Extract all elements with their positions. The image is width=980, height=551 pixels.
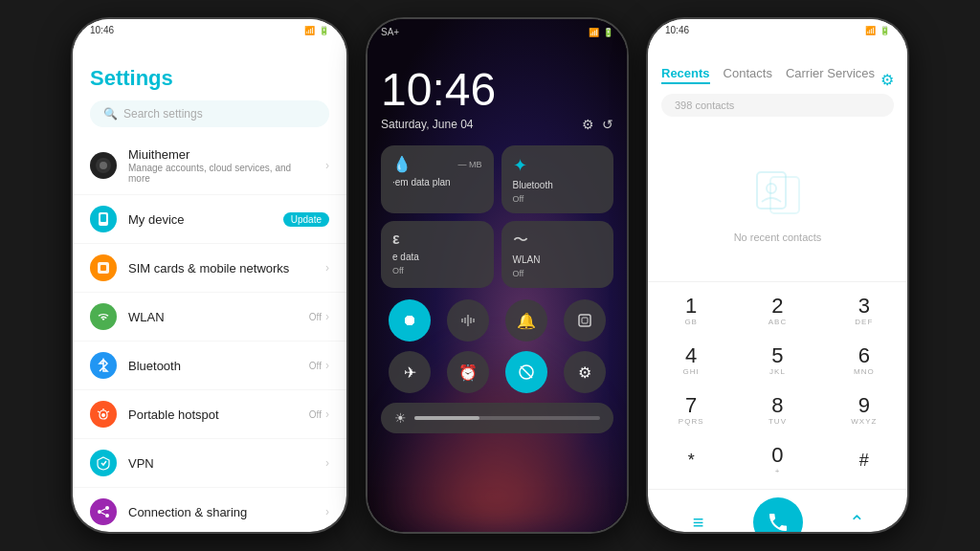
- ctrl-btn-screenshot[interactable]: [564, 299, 606, 342]
- settings-gear-icon[interactable]: ⚙: [582, 117, 594, 132]
- svg-rect-5: [100, 265, 106, 271]
- dialer-tabs: Recents Contacts Carrier Services: [661, 66, 875, 84]
- settings-item-miuithemer[interactable]: Miuithemer Manage accounts, cloud servic…: [73, 137, 346, 195]
- control-date-icons: ⚙ ↺: [582, 117, 613, 132]
- control-buttons-row2: ✈ ⏰ ⚙: [381, 351, 613, 393]
- control-tiles: 💧 — MB ·em data plan ✦ Bluetooth Off: [381, 145, 613, 288]
- sim-icon: [90, 254, 117, 281]
- sim-text: SIM cards & mobile networks: [128, 261, 314, 276]
- sim-chevron: ›: [325, 261, 329, 275]
- dial-key-6[interactable]: 6 MNO: [821, 336, 907, 386]
- control-buttons-row1: ⏺ 🔔: [381, 299, 613, 342]
- status-icons-left: 📶 🔋: [304, 26, 329, 35]
- tab-carrier[interactable]: Carrier Services: [786, 66, 875, 84]
- dial-call-btn[interactable]: [753, 497, 803, 534]
- ctrl-btn-bell[interactable]: 🔔: [505, 299, 547, 342]
- dial-key-1[interactable]: 1 GB: [648, 286, 734, 336]
- settings-item-bluetooth[interactable]: Bluetooth Off ›: [73, 342, 346, 390]
- data-plan-value: — MB: [457, 160, 481, 169]
- status-icons-middle: 📶 🔋: [589, 28, 613, 37]
- dial-up-btn[interactable]: ⌃: [838, 503, 877, 534]
- search-placeholder: Search settings: [123, 107, 203, 121]
- dial-equals-btn[interactable]: ≡: [679, 503, 718, 534]
- status-time-left: 10:46: [90, 25, 114, 35]
- ctrl-btn-autorotate[interactable]: ⚙: [564, 351, 606, 393]
- wlan-text: WLAN: [128, 310, 298, 324]
- edata-title: e data: [392, 252, 482, 262]
- status-bar-right: 10:46 📶 🔋: [648, 19, 907, 39]
- dial-key-8[interactable]: 8 TUV: [734, 386, 820, 435]
- dial-key-star[interactable]: *: [648, 435, 734, 485]
- connection-icon: [90, 498, 117, 525]
- timer-icon[interactable]: ↺: [602, 117, 613, 132]
- brightness-row: ☀: [381, 403, 613, 433]
- bluetooth-title: Bluetooth: [128, 359, 298, 373]
- dial-key-3[interactable]: 3 DEF: [821, 286, 907, 336]
- settings-item-my-device[interactable]: My device Update: [73, 195, 346, 244]
- svg-point-8: [105, 506, 109, 510]
- connection-title: Connection & sharing: [128, 505, 314, 519]
- ctrl-btn-record[interactable]: ⏺: [389, 299, 431, 342]
- status-bar-left: 10:46 📶 🔋: [73, 19, 346, 39]
- control-content: 10:46 Saturday, June 04 ⚙ ↺ 💧 — MB ·em d…: [368, 19, 627, 447]
- svg-line-10: [101, 509, 105, 511]
- svg-line-11: [101, 513, 105, 515]
- settings-item-wlan[interactable]: WLAN Off ›: [73, 293, 346, 342]
- brightness-bar[interactable]: [414, 416, 600, 420]
- dialer-screen: 10:46 📶 🔋 Recents Contacts Carrier Servi…: [648, 19, 907, 532]
- my-device-badge[interactable]: Update: [283, 212, 329, 227]
- contacts-search[interactable]: 398 contacts: [661, 94, 894, 117]
- tab-recents[interactable]: Recents: [661, 66, 710, 84]
- status-icons-right: 📶 🔋: [865, 26, 890, 35]
- svg-line-17: [521, 366, 532, 378]
- bluetooth-tile-icon: ✦: [513, 155, 527, 176]
- svg-rect-14: [579, 315, 590, 326]
- tab-contacts[interactable]: Contacts: [724, 66, 772, 84]
- wlan-tile-icon: 〜: [513, 231, 528, 251]
- dial-key-7[interactable]: 7 PQRS: [648, 386, 734, 435]
- svg-point-7: [98, 510, 101, 514]
- settings-item-vpn[interactable]: VPN ›: [73, 439, 346, 488]
- tile-data-plan[interactable]: 💧 — MB ·em data plan: [381, 145, 494, 213]
- status-time-right: 10:46: [665, 25, 689, 35]
- my-device-text: My device: [128, 212, 272, 227]
- ctrl-btn-clock[interactable]: ⏰: [447, 351, 489, 393]
- dial-key-2[interactable]: 2 ABC: [734, 286, 820, 336]
- svg-rect-15: [582, 318, 588, 323]
- settings-title: Settings: [90, 66, 329, 91]
- ctrl-btn-mute[interactable]: [447, 299, 489, 342]
- brightness-icon: ☀: [394, 410, 407, 426]
- settings-search-bar[interactable]: 🔍 Search settings: [90, 100, 329, 127]
- miuithemer-subtitle: Manage accounts, cloud services, and mor…: [128, 163, 314, 184]
- hotspot-text: Portable hotspot: [128, 408, 298, 422]
- miuithemer-title: Miuithemer: [128, 147, 314, 162]
- dial-key-4[interactable]: 4 GHI: [648, 336, 734, 386]
- gear-icon[interactable]: ⚙: [880, 71, 894, 89]
- control-screen: SA+ 📶 🔋 10:46 Saturday, June 04 ⚙ ↺ 💧: [368, 19, 627, 532]
- dialer-header: Recents Contacts Carrier Services ⚙ 398 …: [648, 39, 907, 128]
- my-device-icon: [90, 206, 117, 232]
- dial-key-5[interactable]: 5 JKL: [734, 336, 820, 386]
- svg-point-6: [101, 413, 105, 417]
- settings-item-sim[interactable]: SIM cards & mobile networks ›: [73, 244, 346, 293]
- dial-key-9[interactable]: 9 WXYZ: [821, 386, 907, 435]
- my-device-title: My device: [128, 212, 272, 227]
- settings-screen: 10:46 📶 🔋 Settings 🔍 Search settings Miu…: [73, 19, 346, 532]
- control-date-row: Saturday, June 04 ⚙ ↺: [381, 117, 613, 132]
- ctrl-btn-dnd[interactable]: [505, 351, 547, 393]
- wlan-tile-status: Off: [513, 269, 603, 278]
- ctrl-btn-airplane[interactable]: ✈: [389, 351, 431, 393]
- tile-wlan[interactable]: 〜 WLAN Off: [501, 221, 614, 288]
- connection-chevron: ›: [325, 505, 329, 518]
- svg-rect-3: [100, 214, 106, 222]
- tile-bluetooth[interactable]: ✦ Bluetooth Off: [501, 145, 614, 213]
- dial-key-hash[interactable]: #: [821, 435, 907, 485]
- dial-key-0[interactable]: 0 +: [734, 435, 820, 485]
- edata-icon: ε: [392, 231, 400, 248]
- dialer-phone: 10:46 📶 🔋 Recents Contacts Carrier Servi…: [646, 17, 909, 534]
- settings-item-hotspot[interactable]: Portable hotspot Off ›: [73, 390, 346, 439]
- tile-edata[interactable]: ε e data Off: [381, 221, 494, 288]
- settings-item-connection[interactable]: Connection & sharing ›: [73, 488, 346, 532]
- hotspot-right: Off ›: [309, 408, 329, 421]
- brightness-fill: [414, 416, 479, 420]
